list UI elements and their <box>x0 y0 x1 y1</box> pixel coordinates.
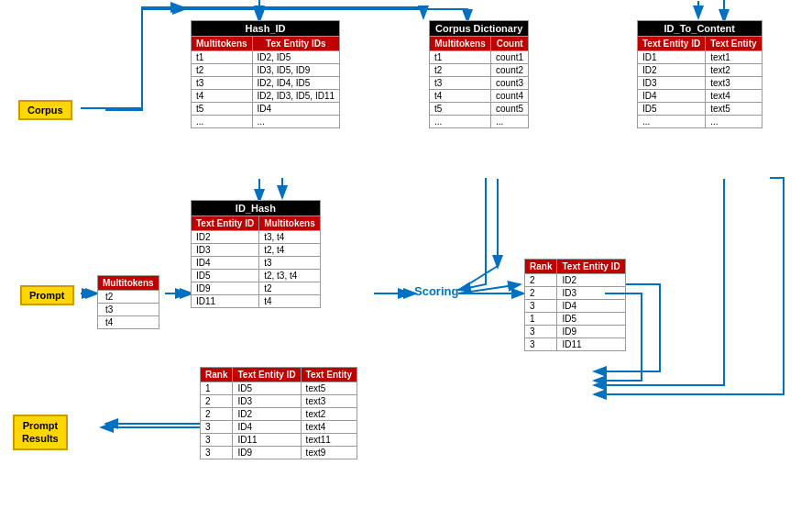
prompt-results-label: Prompt Results <box>13 415 68 450</box>
results-table: Rank Text Entity ID Text Entity 1ID5text… <box>200 367 357 459</box>
corpus-label: Corpus <box>18 100 72 120</box>
prompt-tokens-table: Multitokens t2 t3 t4 <box>97 275 159 329</box>
hash-id-table: Hash_ID MultitokensTex Entity IDs t1ID2,… <box>191 20 340 128</box>
svg-line-17 <box>458 284 521 293</box>
diagram-container: Hash_ID MultitokensTex Entity IDs t1ID2,… <box>0 0 812 509</box>
scoring-result-table: RankText Entity ID 2ID2 2ID3 3ID4 1ID5 3… <box>524 259 626 351</box>
svg-line-8 <box>461 266 498 289</box>
prompt-label: Prompt <box>20 285 74 305</box>
id-to-content-table: ID_To_Content Text Entity IDText Entity … <box>637 20 763 128</box>
id-hash-table: ID_Hash Text Entity IDMultitokens ID2t3,… <box>191 200 321 308</box>
corpus-dictionary-table: Corpus Dictionary MultitokensCount t1cou… <box>429 20 529 128</box>
scoring-label: Scoring <box>414 284 458 298</box>
